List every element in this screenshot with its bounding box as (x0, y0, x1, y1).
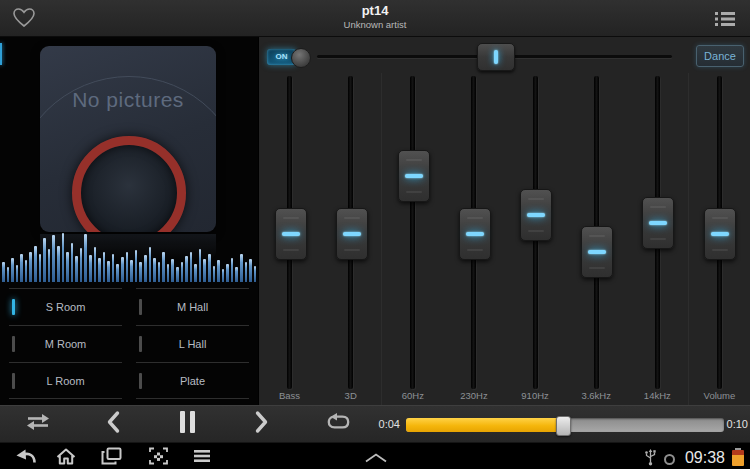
eq-slider-handle[interactable] (520, 189, 552, 241)
eq-bands: Bass3D60Hz230Hz910Hz3.6kHz14kHzVolume (259, 73, 750, 405)
track-artist: Unknown artist (0, 19, 750, 31)
eq-band-label: Bass (259, 390, 320, 401)
spectrum-bar (153, 258, 156, 282)
spectrum-bar (94, 247, 97, 282)
previous-icon (104, 410, 122, 438)
room-preset-m-hall[interactable]: M Hall (136, 288, 249, 325)
nav-menu-button[interactable] (187, 443, 217, 469)
spectrum-bar (240, 254, 243, 282)
spectrum-bar (43, 238, 46, 282)
balance-slider-handle[interactable] (477, 43, 515, 71)
status-circle-icon (664, 454, 675, 465)
home-icon (55, 447, 77, 469)
spectrum-bar (11, 258, 14, 282)
spectrum-bar (116, 264, 119, 282)
room-preset-s-room[interactable]: S Room (9, 288, 122, 325)
repeat-icon (326, 413, 351, 435)
eq-slider-track[interactable] (410, 76, 415, 389)
spectrum-bar (135, 250, 138, 282)
spectrum-bar (57, 246, 60, 282)
total-time: 0:10 (727, 406, 748, 442)
eq-slider-handle[interactable] (398, 150, 430, 202)
active-indicator (12, 336, 15, 352)
spectrum-bar (254, 266, 257, 282)
room-preset-label: Plate (180, 375, 205, 387)
room-preset-l-room[interactable]: L Room (9, 362, 122, 399)
shuffle-button[interactable] (10, 406, 66, 442)
nav-back-button[interactable] (10, 443, 40, 469)
active-indicator (139, 373, 142, 389)
seek-bar-thumb[interactable] (556, 416, 571, 436)
eq-slider-handle[interactable] (459, 208, 491, 260)
spectrum-bar (112, 254, 115, 282)
spectrum-bar (213, 266, 216, 282)
room-preset-m-room[interactable]: M Room (9, 325, 122, 362)
spectrum-bar (231, 258, 234, 282)
eq-band-volume: Volume (688, 73, 750, 405)
spectrum-bar (181, 262, 184, 282)
playlist-button[interactable] (714, 8, 738, 30)
nav-recents-button[interactable] (96, 443, 126, 469)
pause-button[interactable] (159, 406, 215, 442)
spectrum-visualizer (2, 233, 256, 282)
spectrum-bar (203, 259, 206, 282)
spectrum-bar (66, 252, 69, 282)
eq-slider-handle[interactable] (336, 208, 368, 260)
spectrum-bar (130, 260, 133, 282)
eq-band-3d: 3D (320, 73, 381, 405)
spectrum-bar (89, 255, 92, 282)
slider-glow-bar (527, 213, 545, 217)
next-button[interactable] (234, 406, 290, 442)
eq-band-910hz: 910Hz (505, 73, 566, 405)
nav-screenshot-button[interactable] (143, 443, 173, 469)
repeat-button[interactable] (310, 406, 366, 442)
balance-slider-track[interactable] (317, 43, 672, 69)
eq-band-3-6khz: 3.6kHz (566, 73, 627, 405)
preset-button[interactable]: Dance (696, 45, 744, 67)
back-icon (15, 448, 36, 468)
spectrum-bar (107, 261, 110, 282)
spectrum-bar (71, 243, 74, 282)
room-preset-label: S Room (46, 301, 86, 313)
active-indicator (139, 336, 142, 352)
eq-slider-handle[interactable] (581, 226, 613, 278)
spectrum-bar (52, 235, 55, 282)
eq-band-label: 910Hz (505, 390, 566, 401)
room-preset-label: L Hall (179, 338, 207, 350)
eq-slider-handle[interactable] (275, 208, 307, 260)
top-bar: pt14 Unknown artist (0, 0, 750, 37)
equalizer-on-toggle[interactable]: ON (267, 48, 311, 66)
nav-home-button[interactable] (51, 443, 81, 469)
spectrum-bar (29, 252, 32, 282)
spectrum-bar (171, 259, 174, 282)
toggle-knob[interactable] (291, 48, 311, 68)
spectrum-bar (194, 264, 197, 282)
reverb-preset-grid: S RoomM HallM RoomL HallL RoomPlate (0, 283, 258, 405)
spectrum-bar (48, 249, 51, 282)
spectrum-bar (139, 262, 142, 282)
spectrum-bar (7, 267, 10, 282)
spectrum-bar (126, 252, 129, 282)
nav-caret-button[interactable] (362, 443, 390, 469)
eq-slider-handle[interactable] (642, 197, 674, 249)
eq-band-bass: Bass (259, 73, 320, 405)
elapsed-time: 0:04 (366, 406, 400, 442)
spectrum-bar (235, 267, 238, 282)
eq-slider-handle[interactable] (704, 208, 736, 260)
spectrum-bar (176, 267, 179, 282)
recents-icon (101, 447, 122, 469)
spectrum-bar (158, 262, 161, 282)
room-preset-l-hall[interactable]: L Hall (136, 325, 249, 362)
room-preset-plate[interactable]: Plate (136, 362, 249, 399)
slider-glow-bar (466, 232, 484, 236)
seek-bar[interactable] (406, 418, 724, 432)
spectrum-bar (84, 234, 87, 282)
usb-status-icon (640, 443, 660, 469)
playlist-icon (714, 15, 737, 32)
previous-button[interactable] (85, 406, 141, 442)
equalizer-panel: ON Dance Bass3D60Hz230Hz910Hz3.6kHz14kHz… (258, 37, 750, 405)
spectrum-bar (75, 256, 78, 282)
playback-bar: 0:04 0:10 (0, 405, 750, 442)
spectrum-bar (245, 262, 248, 282)
eq-band-label: 3.6kHz (566, 390, 627, 401)
